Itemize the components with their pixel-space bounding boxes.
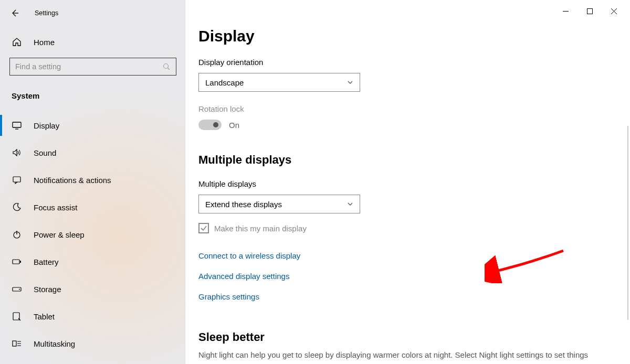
- minimize-button[interactable]: [553, 3, 578, 19]
- multitasking-icon: [12, 338, 22, 349]
- sidebar-item-label: Power & sleep: [34, 230, 85, 239]
- sidebar-item-label: Focus assist: [34, 203, 77, 212]
- sidebar-item-display[interactable]: Display: [0, 112, 185, 139]
- close-button[interactable]: [602, 3, 626, 19]
- sidebar-section-label: System: [0, 76, 185, 108]
- graphics-settings-link[interactable]: Graphics settings: [198, 292, 630, 301]
- svg-rect-2: [13, 177, 20, 182]
- maximize-icon: [587, 8, 593, 14]
- svg-point-7: [19, 289, 20, 290]
- svg-rect-10: [587, 8, 592, 14]
- sleep-better-title: Sleep better: [198, 330, 630, 344]
- content-area: Display Display orientation Landscape Ro…: [185, 0, 630, 364]
- make-main-display-checkbox: [198, 223, 209, 233]
- checkmark-icon: [200, 224, 207, 232]
- orientation-select[interactable]: Landscape: [198, 73, 360, 92]
- chevron-down-icon: [347, 201, 353, 207]
- battery-icon: [12, 256, 22, 267]
- multiple-displays-label: Multiple displays: [198, 179, 630, 188]
- sidebar-item-label: Display: [34, 121, 59, 130]
- display-icon: [12, 120, 22, 131]
- advanced-display-link[interactable]: Advanced display settings: [198, 272, 630, 281]
- sidebar-item-focus-assist[interactable]: Focus assist: [0, 194, 185, 221]
- sidebar-item-battery[interactable]: Battery: [0, 248, 185, 275]
- svg-rect-1: [13, 122, 21, 127]
- app-title: Settings: [35, 9, 58, 17]
- multiple-displays-title: Multiple displays: [198, 153, 630, 167]
- back-button[interactable]: [9, 8, 20, 18]
- svg-rect-4: [13, 260, 19, 264]
- home-icon: [12, 37, 22, 47]
- chevron-down-icon: [347, 79, 353, 85]
- storage-icon: [12, 284, 22, 294]
- multiple-displays-value: Extend these displays: [205, 200, 282, 209]
- sidebar-item-label: Battery: [34, 258, 59, 266]
- rotation-lock-toggle: [198, 120, 222, 130]
- svg-point-0: [164, 64, 169, 69]
- sidebar-item-multitasking[interactable]: Multitasking: [0, 330, 185, 357]
- window-controls: [553, 3, 626, 19]
- sidebar-item-storage[interactable]: Storage: [0, 275, 185, 303]
- rotation-lock-state: On: [229, 121, 239, 130]
- orientation-label: Display orientation: [198, 58, 630, 67]
- svg-rect-9: [13, 341, 16, 346]
- sound-icon: [12, 147, 22, 158]
- make-main-display-row: Make this my main display: [198, 223, 630, 233]
- scrollbar[interactable]: [627, 126, 628, 320]
- sidebar-item-label: Sound: [34, 148, 56, 157]
- svg-rect-5: [20, 261, 21, 263]
- home-label: Home: [34, 38, 55, 47]
- search-input[interactable]: [15, 62, 162, 71]
- arrow-left-icon: [10, 9, 19, 17]
- power-icon: [12, 229, 22, 240]
- sidebar-item-label: Storage: [34, 285, 61, 294]
- sidebar-nav: Display Sound Notifications & actions Fo…: [0, 108, 185, 357]
- sidebar-item-label: Notifications & actions: [34, 176, 111, 185]
- connect-wireless-link[interactable]: Connect to a wireless display: [198, 251, 630, 260]
- rotation-lock-label: Rotation lock: [198, 104, 630, 113]
- make-main-display-label: Make this my main display: [214, 224, 307, 233]
- sidebar-item-tablet[interactable]: Tablet: [0, 303, 185, 330]
- multiple-displays-select[interactable]: Extend these displays: [198, 195, 360, 213]
- sidebar: Settings Home System Display Sound: [0, 0, 185, 364]
- notifications-icon: [12, 175, 22, 185]
- sidebar-item-sound[interactable]: Sound: [0, 139, 185, 166]
- close-icon: [611, 8, 617, 14]
- sidebar-item-power-sleep[interactable]: Power & sleep: [0, 221, 185, 248]
- moon-icon: [12, 202, 22, 212]
- tablet-icon: [12, 311, 22, 322]
- sidebar-item-notifications[interactable]: Notifications & actions: [0, 166, 185, 194]
- minimize-icon: [563, 8, 569, 14]
- maximize-button[interactable]: [578, 3, 602, 19]
- sidebar-item-label: Tablet: [34, 312, 55, 321]
- search-icon: [162, 62, 171, 71]
- orientation-value: Landscape: [205, 78, 244, 87]
- sleep-better-body: Night light can help you get to sleep by…: [198, 350, 613, 359]
- sidebar-home[interactable]: Home: [0, 26, 185, 52]
- search-box[interactable]: [9, 58, 176, 76]
- sidebar-item-label: Multitasking: [34, 339, 75, 348]
